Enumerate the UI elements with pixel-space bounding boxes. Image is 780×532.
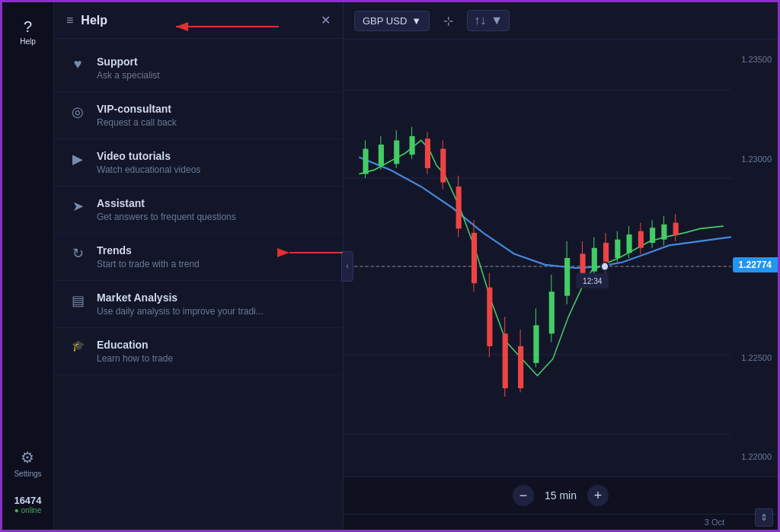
settings-icon: ⚙: [21, 448, 34, 467]
vip-content: VIP-consultant Request a call back: [97, 103, 177, 128]
svg-rect-20: [440, 149, 446, 183]
scroll-down-icon[interactable]: ⇕: [755, 508, 773, 527]
help-menu-item-support[interactable]: ♥ Support Ask a specialist: [54, 45, 343, 92]
date-label: 3 Oct: [705, 518, 724, 527]
online-badge: 16474 ● online: [11, 489, 44, 521]
help-menu-item-videos[interactable]: ▶ Video tutorials Watch educational vide…: [54, 139, 343, 186]
indicator-icon: ↑↓: [474, 14, 486, 27]
crosshair-tool[interactable]: ⊹: [437, 11, 459, 31]
education-subtitle: Learn how to trade: [97, 353, 173, 364]
vip-title: VIP-consultant: [97, 103, 177, 115]
online-count: 16474: [14, 495, 41, 506]
vip-icon: ◎: [69, 104, 86, 120]
support-content: Support Ask a specialist: [97, 56, 160, 81]
app-container: ? Help ⚙ Settings 16474 ● online ≡ Help: [2, 2, 778, 530]
trends-title: Trends: [97, 244, 200, 256]
chart-toolbar: GBP USD ▼ ⊹ ↑↓ ▼: [344, 2, 778, 40]
hamburger-icon[interactable]: ≡: [66, 14, 73, 27]
chart-area: GBP USD ▼ ⊹ ↑↓ ▼ 1.23500 1.23000 1.22774…: [344, 2, 778, 530]
help-panel: ≡ Help ✕ ♥ Support Ask a specialist: [54, 2, 344, 530]
pair-dropdown-icon: ▼: [411, 15, 421, 27]
education-icon: 🎓: [69, 339, 86, 352]
video-subtitle: Watch educational videos: [97, 164, 200, 175]
market-subtitle: Use daily analysis to improve your tradi…: [97, 306, 264, 317]
trends-icon: ↻: [69, 245, 86, 262]
indicator-tool[interactable]: ↑↓ ▼: [467, 10, 510, 31]
help-menu-item-trends[interactable]: ↻ Trends Start to trade with a trend: [54, 234, 343, 281]
svg-rect-50: [650, 228, 655, 243]
svg-rect-22: [456, 186, 462, 228]
help-menu-item-vip[interactable]: ◎ VIP-consultant Request a call back: [54, 92, 343, 139]
support-subtitle: Ask a specialist: [97, 70, 160, 81]
timeframe-plus-button[interactable]: +: [587, 485, 609, 506]
svg-rect-16: [410, 136, 415, 155]
help-header: ≡ Help ✕: [54, 2, 343, 39]
timeframe-minus-button[interactable]: −: [513, 485, 534, 506]
video-title: Video tutorials: [97, 150, 200, 162]
help-menu-item-market[interactable]: ▤ Market Analysis Use daily analysis to …: [54, 281, 343, 328]
svg-point-56: [601, 263, 609, 271]
vip-subtitle: Request a call back: [97, 117, 177, 128]
video-icon: ▶: [69, 151, 86, 167]
help-menu-item-education[interactable]: 🎓 Education Learn how to trade: [54, 328, 343, 375]
sidebar-item-help[interactable]: ? Help: [2, 11, 53, 53]
indicator-dropdown-icon: ▼: [491, 14, 503, 27]
svg-text:12:34: 12:34: [583, 276, 603, 285]
market-content: Market Analysis Use daily analysis to im…: [97, 291, 264, 317]
help-panel-title: Help: [81, 14, 313, 27]
trends-content: Trends Start to trade with a trend: [97, 244, 200, 269]
chart-canvas: 1.23500 1.23000 1.22774 1.22500 1.22000: [344, 40, 778, 476]
pair-selector[interactable]: GBP USD ▼: [354, 11, 430, 31]
collapse-button[interactable]: ‹: [341, 251, 353, 282]
price-level-4: 1.22500: [738, 353, 772, 362]
support-icon: ♥: [69, 56, 86, 72]
price-level-2: 1.23000: [738, 155, 772, 164]
price-level-1: 1.23500: [738, 55, 772, 64]
online-dot: ● online: [14, 506, 42, 514]
chart-svg: 12:34: [344, 40, 778, 476]
assistant-icon: ➤: [69, 198, 86, 215]
assistant-title: Assistant: [97, 197, 236, 209]
support-title: Support: [97, 56, 160, 68]
education-content: Education Learn how to trade: [97, 339, 173, 364]
close-button[interactable]: ✕: [321, 13, 331, 27]
red-arrow-trends: [282, 241, 343, 264]
video-content: Video tutorials Watch educational videos: [97, 150, 200, 175]
sidebar-bottom: ⚙ Settings 16474 ● online: [9, 441, 46, 521]
current-price-badge: 1.22774: [733, 257, 778, 272]
timeframe-label: 15 min: [545, 489, 577, 502]
assistant-subtitle: Get answers to frequent questions: [97, 212, 236, 222]
help-label: Help: [20, 37, 36, 46]
market-icon: ▤: [69, 292, 86, 309]
settings-label: Settings: [14, 470, 41, 478]
market-title: Market Analysis: [97, 291, 264, 304]
timeframe-control: − 15 min +: [344, 476, 778, 514]
svg-rect-10: [363, 149, 368, 174]
price-level-5: 1.22000: [738, 452, 772, 461]
trends-subtitle: Start to trade with a trend: [97, 259, 200, 269]
sidebar-item-settings[interactable]: ⚙ Settings: [9, 441, 46, 486]
help-icon: ?: [24, 19, 32, 34]
education-title: Education: [97, 339, 173, 351]
svg-rect-26: [487, 288, 492, 346]
svg-rect-34: [549, 291, 555, 333]
sidebar: ? Help ⚙ Settings 16474 ● online: [2, 2, 54, 530]
help-menu: ♥ Support Ask a specialist ◎ VIP-consult…: [54, 39, 343, 381]
assistant-content: Assistant Get answers to frequent questi…: [97, 197, 236, 222]
help-menu-item-assistant[interactable]: ➤ Assistant Get answers to frequent ques…: [54, 186, 343, 234]
pair-label: GBP USD: [363, 15, 407, 27]
chart-bottom-bar: 3 Oct ⇕: [344, 514, 778, 530]
